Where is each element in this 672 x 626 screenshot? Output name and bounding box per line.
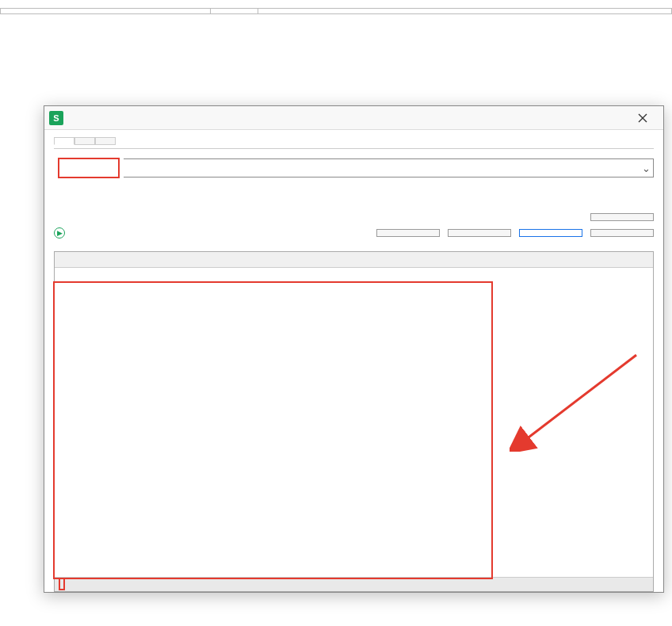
- close-icon[interactable]: [627, 107, 659, 129]
- close-button[interactable]: [590, 229, 654, 237]
- status-text: [59, 578, 64, 590]
- find-next-button[interactable]: [519, 229, 582, 237]
- find-input[interactable]: [62, 161, 101, 176]
- results-list[interactable]: [54, 251, 654, 592]
- play-icon: ▶: [54, 227, 65, 239]
- tab-goto[interactable]: [95, 137, 116, 145]
- spreadsheet-table: [0, 8, 672, 14]
- sheet-title: [0, 0, 672, 8]
- options-button[interactable]: [590, 213, 654, 221]
- find-all-button[interactable]: [376, 229, 440, 237]
- tips-link[interactable]: ▶: [54, 227, 68, 239]
- find-dialog: S ⌄: [44, 105, 664, 593]
- app-icon: S: [49, 111, 63, 125]
- tab-replace[interactable]: [74, 137, 95, 145]
- tab-find[interactable]: [54, 137, 74, 145]
- col-unit-header: [1, 9, 211, 14]
- col-school-header: [258, 9, 672, 14]
- col-gender-header: [211, 9, 258, 14]
- dialog-titlebar[interactable]: S: [44, 106, 663, 130]
- find-prev-button[interactable]: [448, 229, 511, 237]
- chevron-down-icon[interactable]: ⌄: [639, 162, 653, 174]
